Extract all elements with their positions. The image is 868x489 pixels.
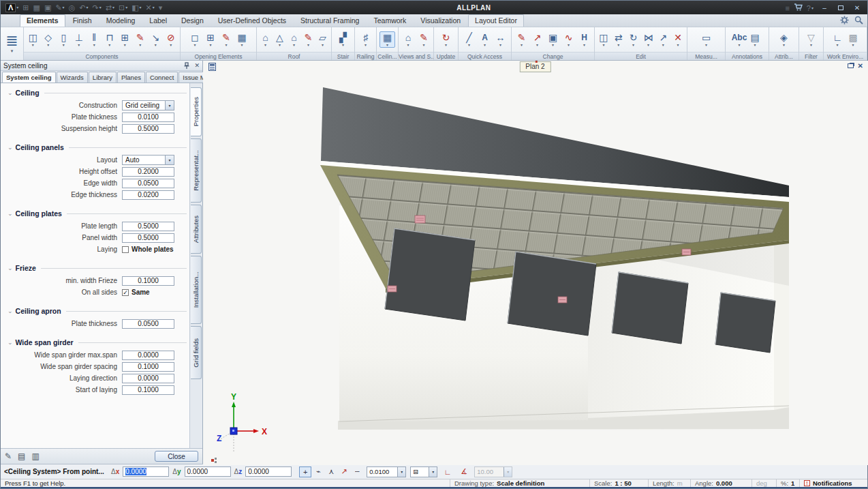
collapse-chevron-icon[interactable]: ⌄: [7, 210, 13, 217]
ribbon-tab-modeling[interactable]: Modeling: [99, 14, 142, 27]
snap-track-button[interactable]: ↗: [338, 466, 350, 477]
load-favorite-icon[interactable]: ▤: [18, 451, 25, 461]
dropdown-button[interactable]: ▾: [165, 101, 174, 110]
dropdown-button[interactable]: ▾: [397, 467, 405, 477]
ribbon-btn-railing[interactable]: ♯▾: [358, 31, 373, 48]
viewport-close-icon[interactable]: ✕: [858, 62, 863, 70]
viewport-tab[interactable]: Plan 2: [519, 61, 551, 72]
side-tab-properties[interactable]: Properties: [191, 87, 202, 136]
ribbon-tab-layout-editor[interactable]: Layout Editor: [468, 14, 524, 27]
palette-tab-system-ceiling[interactable]: System ceiling: [2, 72, 56, 83]
collapse-chevron-icon[interactable]: ⌄: [7, 339, 13, 346]
collapse-chevron-icon[interactable]: ⌄: [7, 89, 13, 96]
ribbon-btn-slab[interactable]: ◇▾: [41, 31, 57, 48]
tools-button[interactable]: ✕▾: [146, 4, 155, 12]
plate-thickness-input[interactable]: [122, 113, 174, 122]
collapse-chevron-icon[interactable]: ⌄: [7, 144, 13, 151]
ribbon-btn-recess[interactable]: ⊓▾: [102, 31, 118, 48]
ribbon-btn-update-3d[interactable]: ↻▾: [438, 31, 454, 48]
ribbon-btn-match-properties[interactable]: ↗▾: [529, 31, 545, 48]
viewport-window-icon[interactable]: [208, 63, 216, 72]
side-tab-grid-fields[interactable]: Grid fields: [191, 326, 202, 379]
ribbon-btn-line[interactable]: ╱▾: [461, 31, 477, 48]
angle-lock-button[interactable]: ∟: [441, 466, 454, 477]
grid-snap-combo[interactable]: ⊟▾: [410, 466, 437, 477]
layout-select[interactable]: Auto▾: [122, 155, 174, 165]
ribbon-btn-remove-component[interactable]: ⊘▾: [164, 31, 179, 48]
ribbon-btn-attributes[interactable]: ◈▾: [776, 31, 792, 48]
ribbon-btn-double-wall[interactable]: ‖▾: [87, 31, 102, 48]
maximize-button[interactable]: [833, 3, 848, 12]
palette-tab-library[interactable]: Library: [89, 72, 117, 83]
start-of-laying-input[interactable]: [122, 385, 174, 395]
ribbon-btn-stretch[interactable]: H▾: [576, 31, 592, 48]
close-button[interactable]: ✕: [850, 3, 865, 12]
swap-reference-button[interactable]: ⇄▾: [106, 4, 114, 12]
ribbon-btn-ceiling[interactable]: ▦▾: [379, 31, 395, 48]
task-list-button[interactable]: ≡: [785, 5, 789, 12]
ribbon-btn-modify-component[interactable]: ✎▾: [133, 31, 149, 48]
edge-width-input[interactable]: [122, 179, 174, 188]
status-notifications[interactable]: !Notifications: [799, 479, 867, 487]
ribbon-btn-rotate[interactable]: ↻▾: [626, 31, 641, 48]
ribbon-btn-roof-frame[interactable]: △▾: [273, 31, 287, 48]
pen-icon[interactable]: ✎: [5, 451, 12, 461]
ribbon-btn-column[interactable]: ▯▾: [56, 31, 72, 48]
ribbon-tab-finish[interactable]: Finish: [66, 14, 99, 27]
save-button[interactable]: ▣: [44, 4, 51, 12]
ribbon-task-board-button[interactable]: ≣▾: [1, 27, 24, 60]
angle-track-button[interactable]: ∡: [458, 466, 470, 477]
save-favorite-icon[interactable]: ▥: [31, 451, 39, 461]
ribbon-btn-dimension[interactable]: ↔▾: [493, 31, 508, 48]
ribbon-btn-section[interactable]: ✎▾: [416, 31, 432, 48]
ribbon-tab-elements[interactable]: Elements: [20, 14, 65, 27]
ribbon-btn-work-layout[interactable]: ∟▾: [830, 31, 846, 48]
ribbon-btn-component-grid[interactable]: ⊞▾: [117, 31, 133, 48]
redo-button[interactable]: ↷▾: [92, 4, 101, 12]
ribbon-btn-roof-covering[interactable]: ⌂▾: [287, 31, 301, 48]
offset-combo[interactable]: 0.0100▾: [367, 466, 406, 477]
ribbon-btn-view[interactable]: ⌂▾: [401, 31, 416, 48]
delta-dx-input[interactable]: 0.0000: [123, 466, 169, 477]
drawing-viewport[interactable]: Y X Z Plan 2: [203, 61, 867, 464]
ribbon-btn-text-block[interactable]: ▤▾: [747, 31, 763, 48]
ribbon-btn-edit-region[interactable]: ▣▾: [545, 31, 561, 48]
ribbon-tab-label[interactable]: Label: [142, 14, 174, 27]
snap-segment-button[interactable]: ⌁: [312, 466, 324, 477]
ribbon-btn-text[interactable]: A▾: [477, 31, 493, 48]
girder-max-span-input[interactable]: [122, 351, 174, 360]
panel-width-input[interactable]: [122, 233, 174, 243]
side-tab-representat-[interactable]: Representat...: [191, 138, 202, 203]
ribbon-tab-structural-framing[interactable]: Structural Framing: [294, 14, 366, 27]
ribbon-btn-modify-roof[interactable]: ✎▾: [301, 31, 315, 48]
ribbon-btn-copy[interactable]: ◫▾: [596, 31, 611, 48]
collapse-chevron-icon[interactable]: ⌄: [7, 308, 13, 314]
height-offset-input[interactable]: [122, 167, 174, 177]
ribbon-btn-delete[interactable]: ✕▾: [670, 31, 685, 48]
help-button[interactable]: ?▾: [807, 5, 813, 12]
viewport-float-icon[interactable]: [848, 63, 854, 68]
shop-button[interactable]: [794, 3, 803, 11]
palettes-button[interactable]: ▦: [33, 4, 40, 12]
palette-close-button[interactable]: Close: [155, 451, 198, 462]
layer-box-button[interactable]: ◧▾: [131, 4, 141, 12]
snap-offset-button[interactable]: ┄: [351, 466, 363, 477]
laying-direction-input[interactable]: [122, 374, 174, 383]
on-all-sides-checkbox[interactable]: ✓: [122, 289, 129, 296]
edge-thickness-input[interactable]: [122, 190, 174, 200]
construction-select[interactable]: Grid ceiling▾: [122, 100, 174, 110]
search-icon[interactable]: [854, 16, 863, 25]
ribbon-btn-window[interactable]: ⊞▾: [203, 31, 219, 48]
snap-point-button[interactable]: +: [299, 466, 311, 477]
suspension-height-input[interactable]: [122, 124, 174, 134]
zoom-section-button[interactable]: ◎: [69, 4, 76, 12]
ribbon-btn-work-options[interactable]: ▩▾: [846, 31, 861, 48]
delta-dy-input[interactable]: 0.0000: [185, 466, 231, 477]
settings-gear-icon[interactable]: [840, 16, 849, 25]
workgroup-button[interactable]: ⊞: [22, 4, 29, 12]
delta-dz-input[interactable]: 0.0000: [245, 466, 292, 477]
ribbon-btn-edit-polyline[interactable]: ∿▾: [561, 31, 576, 48]
pin-icon[interactable]: [183, 62, 190, 70]
ribbon-btn-measure[interactable]: ▭▾: [698, 31, 714, 48]
ribbon-tab-teamwork[interactable]: Teamwork: [367, 14, 413, 27]
